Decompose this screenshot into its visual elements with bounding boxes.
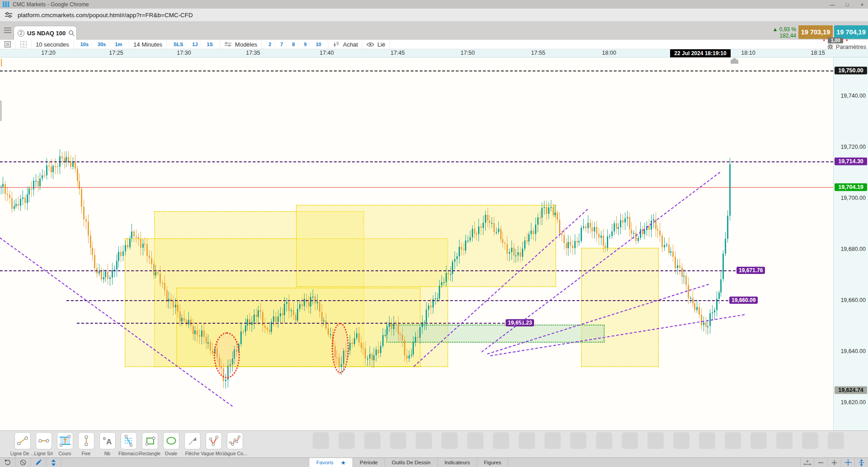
tool-button[interactable]: Flèche [182, 432, 203, 456]
candle-body [561, 233, 563, 235]
tool-button[interactable]: Fixe [75, 432, 97, 456]
pattern-selector[interactable]: 14 Minutes [133, 41, 162, 48]
interval-button[interactable]: 1m [112, 42, 125, 47]
maximize-button[interactable]: □ [841, 2, 853, 7]
candle-body [20, 199, 21, 206]
price-level-line[interactable] [0, 71, 833, 71]
pattern-count-button[interactable]: 9 [301, 42, 310, 47]
tool-button[interactable]: Vague Mo... [203, 432, 224, 456]
zoom-in-icon[interactable] [827, 458, 841, 467]
price-level-line[interactable] [0, 187, 833, 188]
undo-icon[interactable] [0, 458, 15, 467]
candle-body [694, 303, 695, 311]
interval-button[interactable]: 30s [95, 42, 109, 47]
tab-outils-de-dessin[interactable]: Outils De Dessin [385, 458, 438, 467]
candle-body [112, 270, 113, 278]
pattern-count-button[interactable]: 2 [266, 42, 274, 47]
fit-width-icon[interactable] [800, 458, 814, 467]
price-level-line[interactable] [66, 300, 728, 301]
candle-body [498, 229, 499, 232]
tool-placeholder [416, 432, 432, 449]
interval-buttons: 10s30s1m [74, 40, 130, 49]
period-button[interactable]: SLS [171, 42, 186, 47]
star-icon[interactable]: ★ [341, 459, 346, 466]
url-text[interactable]: platform.cmcmarkets.com/popout.html#/app… [18, 12, 193, 19]
chart-plot[interactable]: 19,671.7619,660.0919,651.23 [0, 57, 833, 430]
interval-selector[interactable]: 10 secondes [36, 41, 69, 48]
candle-body [2, 184, 4, 186]
candle-body [469, 237, 471, 241]
chart-toolbar: 10 secondes 10s30s1m 14 Minutes SLS1J1S … [0, 40, 868, 49]
site-settings-icon[interactable] [5, 11, 13, 19]
tab-favoris[interactable]: Favoris★ [310, 458, 353, 467]
yellow-zone-drawing[interactable] [581, 248, 659, 367]
candle-body [541, 208, 543, 217]
zoom-out-icon[interactable] [814, 458, 827, 467]
candle-wick [555, 205, 555, 217]
candle-body [118, 252, 119, 261]
interval-button[interactable]: 10s [78, 42, 92, 47]
change-absolute: 182,44 [767, 33, 796, 39]
candle-body [609, 236, 610, 237]
ellipse-drawing[interactable] [214, 332, 240, 378]
time-cursor-pointer[interactable] [731, 58, 738, 64]
minimize-button[interactable]: — [826, 2, 838, 7]
fit-height-icon[interactable] [854, 458, 868, 467]
pattern-count-button[interactable]: 10 [313, 42, 324, 47]
watchlist-panel-icon[interactable] [4, 41, 11, 48]
tool-button[interactable]: Vague Co... [224, 432, 245, 456]
price-line-icon [57, 432, 73, 449]
t ab-label: Indicateurs [445, 460, 470, 465]
price-level-line[interactable] [0, 161, 833, 162]
tool-button[interactable]: ANb [97, 432, 118, 456]
menu-icon[interactable] [4, 27, 12, 33]
price-level-line[interactable] [77, 323, 505, 324]
candle-wick [269, 322, 270, 335]
candle-wick [428, 303, 429, 317]
chart-tab[interactable]: 2 US NDAQ 100 [14, 26, 77, 40]
candle-body [144, 244, 145, 245]
candle-body [517, 252, 519, 256]
candle-body [618, 227, 619, 229]
tool-button[interactable]: Ovale [160, 432, 182, 456]
tool-button[interactable]: Fibonacci [118, 432, 139, 456]
panel-collapse-handle[interactable] [0, 100, 2, 121]
tool-button[interactable]: Ligne De ... [12, 432, 33, 456]
lie-button[interactable]: Lié [362, 40, 389, 49]
tool-button[interactable]: Cours [54, 432, 75, 456]
pattern-count-button[interactable]: 8 [289, 42, 298, 47]
sell-button[interactable]: 19 703,19 [798, 25, 833, 39]
tab-indicateurs[interactable]: Indicateurs [438, 458, 477, 467]
sort-arrows-icon[interactable] [46, 458, 61, 467]
crosshair-icon[interactable] [841, 458, 854, 467]
candle-body [328, 328, 329, 335]
candle-body [487, 215, 488, 221]
candle-body [5, 184, 6, 193]
tool-button[interactable]: Rectangle [139, 432, 160, 456]
yellow-zone-drawing[interactable] [296, 205, 556, 287]
models-button[interactable]: Modèles [220, 40, 262, 49]
candle-body [714, 310, 715, 312]
layout-grid-icon[interactable] [20, 41, 27, 48]
period-button[interactable]: 1S [204, 42, 216, 47]
period-button[interactable]: 1J [189, 42, 201, 47]
no-draw-icon[interactable] [15, 458, 31, 467]
yellow-zone-drawing[interactable] [176, 288, 421, 367]
candle-wick [657, 225, 658, 237]
price-axis[interactable]: 19,750.0019,740.0019,720.0019,714.3019,7… [833, 57, 868, 430]
time-axis[interactable]: 17:2017:2517:3017:3517:4017:4517:5017:55… [0, 49, 868, 57]
achat-button[interactable]: Achat [328, 40, 362, 49]
candle-body [727, 216, 728, 239]
window-titlebar: CMC Markets - Google Chrome — □ × [0, 0, 868, 9]
tab-figures[interactable]: Figures [477, 458, 508, 467]
pattern-count-button[interactable]: 7 [277, 42, 286, 47]
tab-période[interactable]: Période [353, 458, 385, 467]
search-icon[interactable] [68, 30, 75, 37]
ellipse-drawing[interactable] [332, 323, 349, 373]
buy-button[interactable]: 19 704,19 [834, 25, 868, 39]
close-button[interactable]: × [856, 2, 868, 7]
price-level-line[interactable] [0, 270, 736, 271]
tool-button[interactable]: Ligne S/r [33, 432, 54, 456]
candle-wick [498, 222, 499, 234]
pencil-icon[interactable] [31, 458, 46, 467]
